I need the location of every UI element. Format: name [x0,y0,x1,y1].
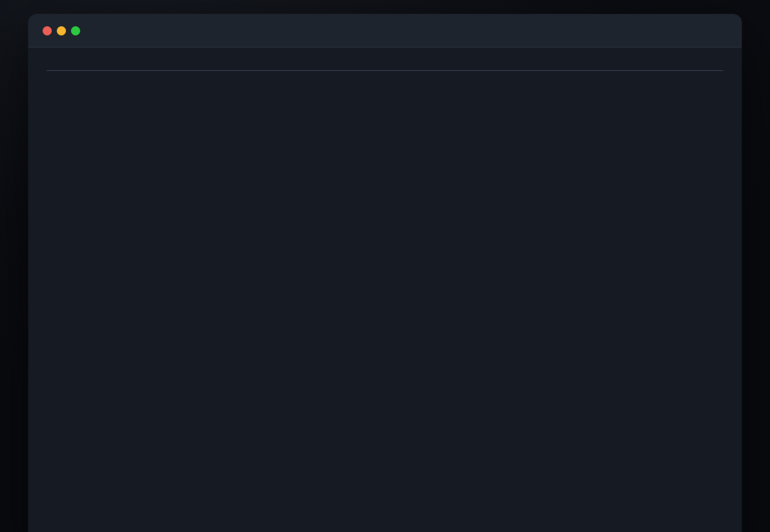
terminal-content [28,48,742,103]
traffic-lights [43,14,80,47]
minimize-button[interactable] [57,26,66,35]
table-divider [47,70,723,71]
close-button[interactable] [43,26,52,35]
titlebar [28,14,742,48]
terminal-window [28,14,742,532]
zoom-button[interactable] [71,26,80,35]
